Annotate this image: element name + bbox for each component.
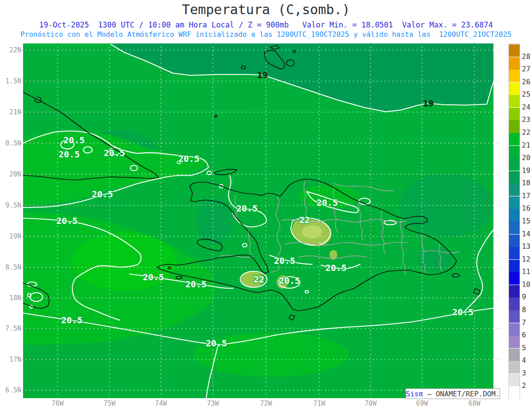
contour-label-20.5: 20.5	[143, 272, 164, 282]
lat-axis-label: 20N	[0, 170, 21, 178]
contour-label-22: 22	[254, 274, 264, 285]
lat-axis-label: 8.5N	[0, 263, 21, 271]
lon-axis-label: 71W	[309, 399, 329, 407]
colorbar-segment	[509, 145, 520, 158]
colorbar-segment	[509, 221, 520, 234]
colorbar-tick-label: 5	[522, 344, 532, 352]
colorbar-tick-label: 25	[522, 90, 532, 98]
lon-axis-label: 69W	[412, 399, 432, 407]
contour-label-20.5: 20.5	[185, 279, 207, 290]
contour-label-19: 19	[257, 70, 268, 80]
lat-axis-label: 1.5N	[0, 77, 21, 85]
colorbar-tick-label: 26	[522, 78, 532, 86]
colorbar-tick-label: 13	[522, 242, 532, 251]
contour-label-20.5: 20.5	[236, 203, 258, 214]
colorbar-tick-label: 11	[522, 267, 532, 276]
colorbar-tick-label: 22	[522, 128, 532, 137]
lat-axis-label: 18N	[0, 294, 21, 302]
colorbar-segment	[509, 259, 520, 272]
lat-axis-label: 9.5N	[0, 201, 21, 209]
colorbar-tick-label: 20	[522, 153, 532, 162]
colorbar-tick-label: 4	[522, 356, 532, 364]
colorbar-segment	[509, 57, 520, 70]
pi-glyph: π	[419, 390, 423, 398]
colorbar-segment	[509, 310, 520, 323]
colorbar-tick-label: 12	[522, 255, 532, 263]
lon-axis-label: 72W	[256, 399, 276, 407]
credit-text: – ONAMET/REP.DOM.	[423, 390, 500, 398]
colorbar-tick-label: 3	[522, 369, 532, 377]
colorbar-segment	[509, 386, 520, 399]
contour-label-20.5: 20.5	[325, 262, 347, 273]
colorbar-segment	[509, 133, 520, 145]
lat-axis-label: 17N	[0, 356, 21, 364]
colorbar-tick-label: 7	[522, 318, 532, 327]
contour-map	[23, 43, 506, 398]
colorbar-tick-label: 28	[522, 52, 532, 61]
subtitle-validtime: 19-Oct-2025 1300 UTC / 10:00 am Hora Loc…	[0, 20, 532, 29]
colorbar-segment	[509, 335, 520, 348]
lon-axis-label: 76W	[48, 399, 67, 407]
colorbar-segment	[509, 234, 520, 247]
colorbar-tick-label: 2	[522, 381, 532, 390]
colorbar-tick-label: 14	[522, 230, 532, 238]
temperature-shading	[23, 43, 493, 398]
colorbar-segment	[509, 348, 520, 361]
colorbar-tick-label: 17	[522, 192, 532, 200]
colorbar-tick-label: 9	[522, 293, 532, 301]
colorbar-segment	[509, 285, 520, 297]
contour-label-20.5: 20.5	[61, 315, 82, 325]
colorbar-segment	[509, 208, 520, 221]
contour-label-20.5: 20.5	[178, 153, 200, 164]
colorbar-segment	[509, 247, 520, 259]
colorbar-tick-label: 19	[522, 166, 532, 175]
colorbar-tick-label: 21	[522, 141, 532, 149]
lon-axis-label: 68W	[465, 399, 484, 407]
lon-axis-label: 70W	[361, 399, 380, 407]
contour-label-20.5: 20.5	[104, 148, 125, 158]
contour-label-20.5: 20.5	[56, 215, 78, 226]
colorbar-tick-label: 27	[522, 65, 532, 73]
colorbar-segment	[509, 94, 520, 107]
colorbar-segment	[509, 158, 520, 171]
colorbar-segment	[509, 120, 520, 133]
subtitle-model-info: Pronóstico con el Modelo Atmósferico WRF…	[0, 30, 532, 39]
colorbar	[509, 43, 520, 399]
contour-label-20.5: 20.5	[206, 338, 227, 348]
colorbar-tick-label: 24	[522, 103, 532, 111]
weather-chart-canvas: Temperatura (C,somb.) 19-Oct-2025 1300 U…	[0, 0, 532, 411]
lat-axis-label: 0.5N	[0, 139, 21, 147]
contour-label-20.5: 20.5	[317, 197, 338, 208]
contour-label-20.5: 20.5	[92, 189, 113, 200]
colorbar-segment	[509, 373, 520, 386]
colorbar-segment	[509, 44, 520, 57]
contour-label-22: 22	[299, 215, 310, 225]
colorbar-segment	[509, 360, 520, 373]
lat-axis-label: 7.5N	[0, 325, 21, 333]
colorbar-tick-label: 8	[522, 305, 532, 314]
colorbar-segment	[509, 69, 520, 82]
colorbar-tick-label: 23	[522, 115, 532, 124]
lon-axis-label: 73W	[203, 399, 223, 407]
contour-label-20.5: 20.5	[274, 255, 295, 266]
colorbar-tick-label: 18	[522, 179, 532, 187]
colorbar-segment	[509, 323, 520, 336]
colorbar-segment	[509, 183, 520, 196]
colorbar-segment	[509, 82, 520, 95]
lon-axis-label: 74W	[151, 399, 171, 407]
colorbar-segment	[509, 196, 520, 209]
colorbar-tick-label: 6	[522, 331, 532, 339]
contour-label-19: 19	[423, 98, 434, 109]
colorbar-tick-label: 10	[522, 280, 532, 289]
colorbar-segment	[509, 297, 520, 310]
lat-axis-label: 19N	[0, 232, 21, 240]
lon-axis-label: 75W	[100, 399, 119, 407]
contour-label-20.5: 20.5	[279, 275, 300, 286]
contour-label-20.5: 20.5	[59, 149, 80, 160]
colorbar-tick-label: 15	[522, 217, 532, 225]
lat-axis-label: 6.5N	[0, 386, 21, 394]
credit-badge: Sisπ – ONAMET/REP.DOM.	[406, 388, 500, 399]
lat-axis-label: 21N	[0, 108, 21, 116]
contour-label-20.5: 20.5	[63, 135, 85, 145]
colorbar-segment	[509, 272, 520, 285]
